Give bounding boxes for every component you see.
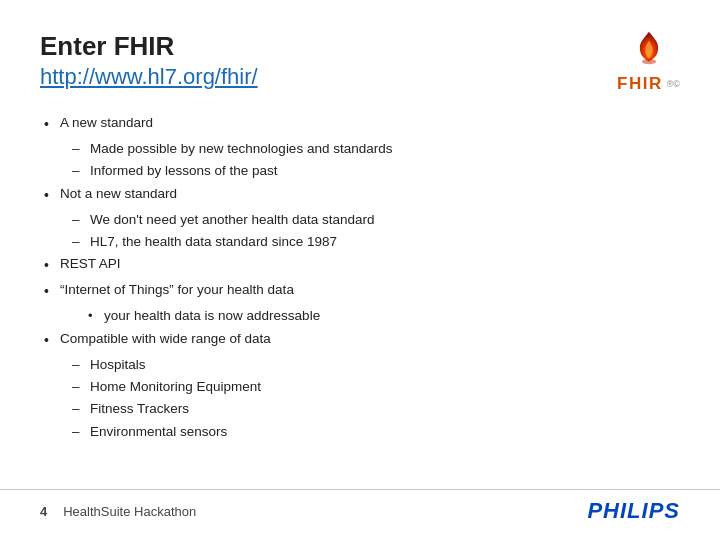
title-block: Enter FHIR http://www.hl7.org/fhir/ [40,30,258,90]
bullet-text: Not a new standard [60,183,177,205]
sub-item: –HL7, the health data standard since 198… [44,231,680,253]
fhir-flame-icon [631,30,667,74]
slide-header: Enter FHIR http://www.hl7.org/fhir/ [40,30,680,94]
bullet-text: A new standard [60,112,153,134]
nested-bullet-item: •your health data is now addressable [44,305,680,327]
sub-item: –Hospitals [44,354,680,376]
bullet-text: “Internet of Things” for your health dat… [60,279,294,301]
footer-left: 4 HealthSuite Hackathon [40,504,196,519]
philips-logo: PHILIPS [587,498,680,524]
philips-brand-text: PHILIPS [587,498,680,524]
fhir-registered-symbol: ®© [667,79,680,89]
bullet-dot: • [44,280,60,303]
bullet-dot: • [44,113,60,136]
bullet-item: •“Internet of Things” for your health da… [44,279,680,303]
svg-point-0 [641,59,655,64]
sub-text: HL7, the health data standard since 1987 [90,231,337,253]
sub-dash: – [72,138,90,160]
bullet-item: •A new standard [44,112,680,136]
sub-item: –Fitness Trackers [44,398,680,420]
sub-text: Hospitals [90,354,146,376]
sub-dash: – [72,354,90,376]
bullet-dot: • [44,329,60,352]
bullet-item: •Compatible with wide range of data [44,328,680,352]
nested-text: your health data is now addressable [104,305,320,327]
sub-dash: – [72,160,90,182]
sub-text: Fitness Trackers [90,398,189,420]
page-number: 4 [40,504,47,519]
sub-text: Informed by lessons of the past [90,160,278,182]
sub-text: Home Monitoring Equipment [90,376,261,398]
sub-item: –Environmental sensors [44,421,680,443]
slide-subtitle-link[interactable]: http://www.hl7.org/fhir/ [40,64,258,90]
sub-dash: – [72,209,90,231]
bullet-text: Compatible with wide range of data [60,328,271,350]
sub-item: –Home Monitoring Equipment [44,376,680,398]
bullet-text: REST API [60,253,121,275]
slide-footer: 4 HealthSuite Hackathon PHILIPS [0,489,720,524]
sub-dash: – [72,376,90,398]
sub-item: –Made possible by new technologies and s… [44,138,680,160]
bullet-item: •REST API [44,253,680,277]
sub-text: Environmental sensors [90,421,227,443]
slide-content: •A new standard–Made possible by new tec… [40,112,680,443]
slide: Enter FHIR http://www.hl7.org/fhir/ [0,0,720,540]
sub-item: –Informed by lessons of the past [44,160,680,182]
sub-item: –We don't need yet another health data s… [44,209,680,231]
nested-dot: • [88,305,104,326]
slide-title: Enter FHIR [40,30,258,64]
sub-dash: – [72,231,90,253]
fhir-brand-row: FHIR ®© [617,74,680,94]
bullet-item: •Not a new standard [44,183,680,207]
sub-text: We don't need yet another health data st… [90,209,375,231]
fhir-brand-text: FHIR [617,74,663,94]
sub-text: Made possible by new technologies and st… [90,138,392,160]
event-name: HealthSuite Hackathon [63,504,196,519]
sub-dash: – [72,398,90,420]
sub-dash: – [72,421,90,443]
bullet-dot: • [44,254,60,277]
bullet-dot: • [44,184,60,207]
fhir-logo-badge: FHIR ®© [617,30,680,94]
